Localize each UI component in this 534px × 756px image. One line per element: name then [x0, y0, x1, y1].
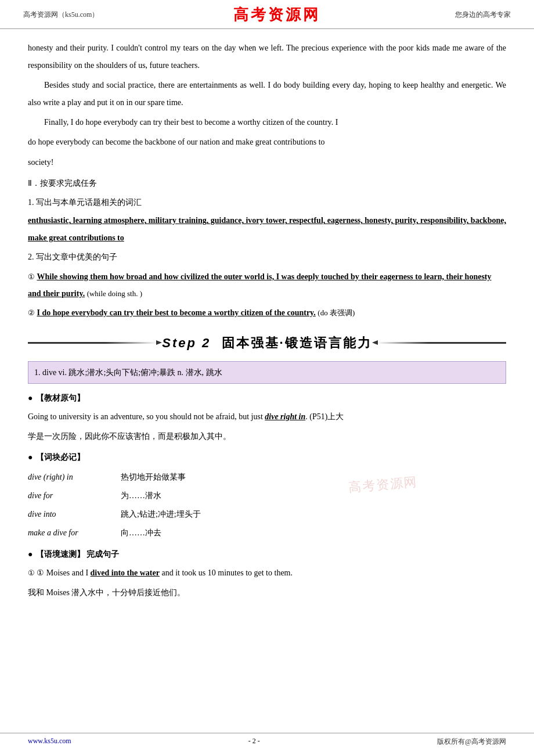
- section-2-title: Ⅱ．按要求完成任务: [28, 175, 506, 192]
- vocab-cn: 向……冲去: [121, 524, 506, 542]
- task-1-label: 1. 写出与本单元话题相关的词汇: [28, 194, 506, 211]
- textbook-label: 【教材原句】: [36, 394, 85, 402]
- dive-entry-box: 1. dive vi. 跳水;潜水;头向下钻;俯冲;暴跌 n. 潜水, 跳水: [28, 361, 506, 384]
- paragraph-3b: do hope everybody can become the backbon…: [28, 134, 506, 151]
- step-banner: Step 2 固本强基·锻造语言能力: [28, 330, 506, 357]
- sentence-1-num: ①: [28, 272, 35, 281]
- vocab-cn: 热切地开始做某事: [121, 468, 506, 487]
- vocab-en: dive (right) in: [28, 468, 121, 487]
- sentence-1-note: (while doing sth. ): [87, 289, 142, 298]
- textbook-en-1: Going to university is an adventure, so …: [28, 412, 265, 421]
- sentence-1-block: ① While showing them how broad and how c…: [28, 268, 506, 303]
- textbook-cn: 学是一次历险，因此你不应该害怕，而是积极加入其中。: [28, 428, 506, 445]
- paragraph-2: Besides study and social practice, there…: [28, 77, 506, 111]
- sentence-2-block: ② I do hope everybody can try their best…: [28, 304, 506, 321]
- footer-center: - 2 -: [248, 737, 260, 747]
- header-center: 高考资源网: [233, 5, 320, 25]
- speed-en-prefix: ① Moises and I: [37, 568, 90, 577]
- speed-bullet-icon: ●: [28, 550, 33, 559]
- header-right: 您身边的高考专家: [455, 10, 511, 20]
- task-2-label: 2. 写出文章中优美的句子: [28, 249, 506, 265]
- vocab-row: dive into跳入;钻进;冲进;埋头于: [28, 505, 506, 524]
- paragraph-3: Finally, I do hope everybody can try the…: [28, 114, 506, 131]
- vocab-en: dive into: [28, 505, 121, 524]
- speed-en-suffix: and it took us 10 minutes to get to them…: [160, 568, 293, 577]
- vocab-cn: 跳入;钻进;冲进;埋头于: [121, 505, 506, 524]
- vocab-underline: enthusiastic, learning atmosphere, milit…: [28, 212, 506, 246]
- sentence-2-note: (do 表强调): [317, 308, 355, 317]
- paragraph-3c: society!: [28, 154, 506, 171]
- textbook-section: ● 【教材原句】: [28, 390, 506, 406]
- speed-sentence: ① ① Moises and I dived into the water an…: [28, 564, 506, 582]
- vocab-en: make a dive for: [28, 524, 121, 542]
- speed-dive-text: dived into the water: [91, 568, 160, 577]
- vocab-en: dive for: [28, 487, 121, 505]
- main-content: honesty and their purity. I couldn't con…: [0, 29, 534, 615]
- page-header: 高考资源网（ks5u.com） 高考资源网 您身边的高考专家: [0, 0, 534, 29]
- vocab-cn: 为……潜水: [121, 487, 506, 505]
- speed-cn: 我和 Moises 潜入水中，十分钟后接近他们。: [28, 584, 506, 602]
- footer-left: www.ks5u.com: [28, 737, 71, 747]
- textbook-dive-word: dive right in: [265, 412, 305, 421]
- step-line-left-decor: [28, 342, 157, 344]
- vocab-section: ● 【词块必记】: [28, 449, 506, 466]
- speed-label: 【语境速测】 完成句子: [36, 550, 120, 559]
- sentence-2-text: I do hope everybody can try their best t…: [37, 308, 316, 317]
- vocab-bullet-icon: ●: [28, 453, 33, 462]
- textbook-sentence: Going to university is an adventure, so …: [28, 408, 506, 426]
- vocab-section-label: 【词块必记】: [36, 453, 85, 462]
- step-label: Step 2 固本强基·锻造语言能力: [162, 330, 371, 357]
- vocab-row: dive for为……潜水: [28, 487, 506, 505]
- textbook-en-2: . (P51)上大: [305, 412, 344, 421]
- speed-section: ● 【语境速测】 完成句子: [28, 546, 506, 563]
- vocab-table: dive (right) in热切地开始做某事dive for为……潜水dive…: [28, 468, 506, 542]
- vocab-row: make a dive for向……冲去: [28, 524, 506, 542]
- dive-entry-text: 1. dive vi. 跳水;潜水;头向下钻;俯冲;暴跌 n. 潜水, 跳水: [34, 368, 222, 377]
- sentence-2-num: ②: [28, 308, 35, 317]
- page-footer: www.ks5u.com - 2 - 版权所有@高考资源网: [0, 733, 534, 747]
- step-line-right-decor: [377, 342, 506, 344]
- header-left: 高考资源网（ks5u.com）: [23, 10, 99, 20]
- vocab-row: dive (right) in热切地开始做某事: [28, 468, 506, 487]
- bullet-icon: ●: [28, 394, 33, 402]
- paragraph-1: honesty and their purity. I couldn't con…: [28, 39, 506, 74]
- footer-right: 版权所有@高考资源网: [437, 737, 506, 747]
